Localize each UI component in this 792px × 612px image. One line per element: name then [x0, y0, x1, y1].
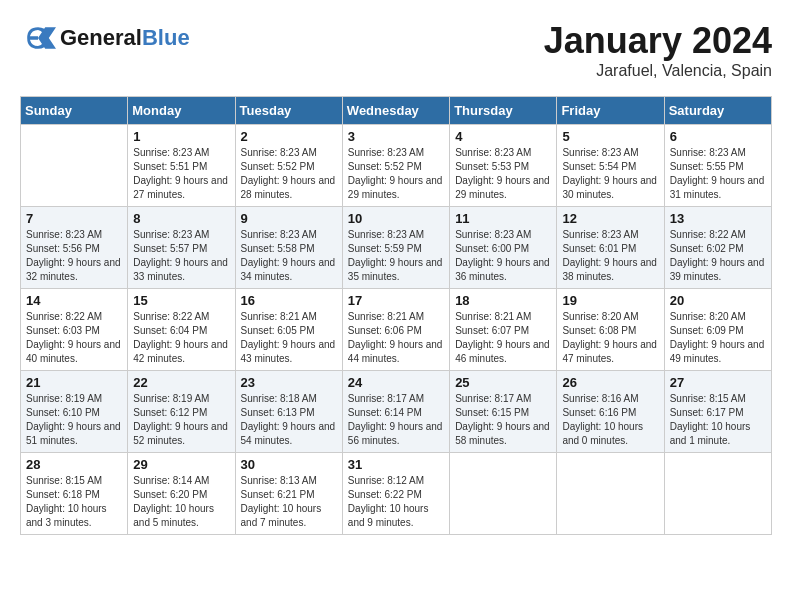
calendar-cell: [21, 125, 128, 207]
daylight-text: Daylight: 9 hours and 40 minutes.: [26, 339, 121, 364]
sunrise-text: Sunrise: 8:12 AM: [348, 475, 424, 486]
day-number: 11: [455, 211, 551, 226]
sunset-text: Sunset: 6:17 PM: [670, 407, 744, 418]
sunrise-text: Sunrise: 8:15 AM: [670, 393, 746, 404]
sunset-text: Sunset: 6:15 PM: [455, 407, 529, 418]
sunrise-text: Sunrise: 8:22 AM: [133, 311, 209, 322]
daylight-text: Daylight: 9 hours and 49 minutes.: [670, 339, 765, 364]
day-number: 29: [133, 457, 229, 472]
daylight-text: Daylight: 9 hours and 39 minutes.: [670, 257, 765, 282]
day-info: Sunrise: 8:23 AM Sunset: 5:55 PM Dayligh…: [670, 146, 766, 202]
day-number: 18: [455, 293, 551, 308]
day-number: 3: [348, 129, 444, 144]
daylight-text: Daylight: 9 hours and 54 minutes.: [241, 421, 336, 446]
calendar-cell: 17 Sunrise: 8:21 AM Sunset: 6:06 PM Dayl…: [342, 289, 449, 371]
sunset-text: Sunset: 6:01 PM: [562, 243, 636, 254]
day-info: Sunrise: 8:15 AM Sunset: 6:17 PM Dayligh…: [670, 392, 766, 448]
sunset-text: Sunset: 5:52 PM: [348, 161, 422, 172]
calendar-cell: 13 Sunrise: 8:22 AM Sunset: 6:02 PM Dayl…: [664, 207, 771, 289]
day-number: 7: [26, 211, 122, 226]
day-info: Sunrise: 8:23 AM Sunset: 5:52 PM Dayligh…: [241, 146, 337, 202]
daylight-text: Daylight: 9 hours and 52 minutes.: [133, 421, 228, 446]
calendar-cell: 31 Sunrise: 8:12 AM Sunset: 6:22 PM Dayl…: [342, 453, 449, 535]
sunset-text: Sunset: 6:05 PM: [241, 325, 315, 336]
sunrise-text: Sunrise: 8:17 AM: [348, 393, 424, 404]
sunset-text: Sunset: 6:16 PM: [562, 407, 636, 418]
calendar-cell: 2 Sunrise: 8:23 AM Sunset: 5:52 PM Dayli…: [235, 125, 342, 207]
sunrise-text: Sunrise: 8:21 AM: [348, 311, 424, 322]
calendar-cell: 26 Sunrise: 8:16 AM Sunset: 6:16 PM Dayl…: [557, 371, 664, 453]
day-info: Sunrise: 8:22 AM Sunset: 6:03 PM Dayligh…: [26, 310, 122, 366]
day-info: Sunrise: 8:23 AM Sunset: 5:52 PM Dayligh…: [348, 146, 444, 202]
day-number: 12: [562, 211, 658, 226]
day-number: 15: [133, 293, 229, 308]
weekday-header: Tuesday: [235, 97, 342, 125]
sunrise-text: Sunrise: 8:19 AM: [26, 393, 102, 404]
daylight-text: Daylight: 9 hours and 46 minutes.: [455, 339, 550, 364]
daylight-text: Daylight: 10 hours and 1 minute.: [670, 421, 751, 446]
day-number: 4: [455, 129, 551, 144]
day-info: Sunrise: 8:23 AM Sunset: 5:56 PM Dayligh…: [26, 228, 122, 284]
day-info: Sunrise: 8:14 AM Sunset: 6:20 PM Dayligh…: [133, 474, 229, 530]
sunset-text: Sunset: 6:06 PM: [348, 325, 422, 336]
day-number: 31: [348, 457, 444, 472]
calendar-cell: 5 Sunrise: 8:23 AM Sunset: 5:54 PM Dayli…: [557, 125, 664, 207]
calendar-cell: 11 Sunrise: 8:23 AM Sunset: 6:00 PM Dayl…: [450, 207, 557, 289]
calendar-week-row: 7 Sunrise: 8:23 AM Sunset: 5:56 PM Dayli…: [21, 207, 772, 289]
day-number: 30: [241, 457, 337, 472]
calendar-cell: 30 Sunrise: 8:13 AM Sunset: 6:21 PM Dayl…: [235, 453, 342, 535]
day-number: 24: [348, 375, 444, 390]
sunrise-text: Sunrise: 8:21 AM: [455, 311, 531, 322]
daylight-text: Daylight: 9 hours and 29 minutes.: [348, 175, 443, 200]
day-number: 13: [670, 211, 766, 226]
daylight-text: Daylight: 9 hours and 56 minutes.: [348, 421, 443, 446]
day-info: Sunrise: 8:23 AM Sunset: 6:01 PM Dayligh…: [562, 228, 658, 284]
sunset-text: Sunset: 5:52 PM: [241, 161, 315, 172]
weekday-header: Wednesday: [342, 97, 449, 125]
day-info: Sunrise: 8:20 AM Sunset: 6:09 PM Dayligh…: [670, 310, 766, 366]
sunrise-text: Sunrise: 8:18 AM: [241, 393, 317, 404]
day-info: Sunrise: 8:18 AM Sunset: 6:13 PM Dayligh…: [241, 392, 337, 448]
day-number: 1: [133, 129, 229, 144]
sunset-text: Sunset: 6:07 PM: [455, 325, 529, 336]
daylight-text: Daylight: 9 hours and 58 minutes.: [455, 421, 550, 446]
daylight-text: Daylight: 9 hours and 51 minutes.: [26, 421, 121, 446]
daylight-text: Daylight: 9 hours and 33 minutes.: [133, 257, 228, 282]
day-number: 14: [26, 293, 122, 308]
sunset-text: Sunset: 6:08 PM: [562, 325, 636, 336]
day-number: 6: [670, 129, 766, 144]
calendar-cell: 21 Sunrise: 8:19 AM Sunset: 6:10 PM Dayl…: [21, 371, 128, 453]
day-number: 20: [670, 293, 766, 308]
sunset-text: Sunset: 6:18 PM: [26, 489, 100, 500]
calendar-cell: 1 Sunrise: 8:23 AM Sunset: 5:51 PM Dayli…: [128, 125, 235, 207]
sunrise-text: Sunrise: 8:23 AM: [241, 229, 317, 240]
day-info: Sunrise: 8:16 AM Sunset: 6:16 PM Dayligh…: [562, 392, 658, 448]
calendar-cell: 23 Sunrise: 8:18 AM Sunset: 6:13 PM Dayl…: [235, 371, 342, 453]
daylight-text: Daylight: 9 hours and 29 minutes.: [455, 175, 550, 200]
day-info: Sunrise: 8:19 AM Sunset: 6:12 PM Dayligh…: [133, 392, 229, 448]
calendar-cell: 7 Sunrise: 8:23 AM Sunset: 5:56 PM Dayli…: [21, 207, 128, 289]
day-info: Sunrise: 8:20 AM Sunset: 6:08 PM Dayligh…: [562, 310, 658, 366]
calendar-cell: 4 Sunrise: 8:23 AM Sunset: 5:53 PM Dayli…: [450, 125, 557, 207]
daylight-text: Daylight: 9 hours and 44 minutes.: [348, 339, 443, 364]
daylight-text: Daylight: 10 hours and 9 minutes.: [348, 503, 429, 528]
sunrise-text: Sunrise: 8:13 AM: [241, 475, 317, 486]
daylight-text: Daylight: 9 hours and 43 minutes.: [241, 339, 336, 364]
calendar-table: SundayMondayTuesdayWednesdayThursdayFrid…: [20, 96, 772, 535]
weekday-header: Friday: [557, 97, 664, 125]
calendar-cell: 3 Sunrise: 8:23 AM Sunset: 5:52 PM Dayli…: [342, 125, 449, 207]
day-info: Sunrise: 8:21 AM Sunset: 6:06 PM Dayligh…: [348, 310, 444, 366]
calendar-cell: 8 Sunrise: 8:23 AM Sunset: 5:57 PM Dayli…: [128, 207, 235, 289]
daylight-text: Daylight: 9 hours and 34 minutes.: [241, 257, 336, 282]
sunset-text: Sunset: 6:03 PM: [26, 325, 100, 336]
sunrise-text: Sunrise: 8:23 AM: [241, 147, 317, 158]
sunset-text: Sunset: 6:02 PM: [670, 243, 744, 254]
logo-icon: [20, 20, 56, 56]
sunset-text: Sunset: 6:22 PM: [348, 489, 422, 500]
sunrise-text: Sunrise: 8:14 AM: [133, 475, 209, 486]
daylight-text: Daylight: 9 hours and 31 minutes.: [670, 175, 765, 200]
day-info: Sunrise: 8:22 AM Sunset: 6:02 PM Dayligh…: [670, 228, 766, 284]
day-number: 19: [562, 293, 658, 308]
title-block: January 2024 Jarafuel, Valencia, Spain: [544, 20, 772, 80]
sunset-text: Sunset: 6:21 PM: [241, 489, 315, 500]
